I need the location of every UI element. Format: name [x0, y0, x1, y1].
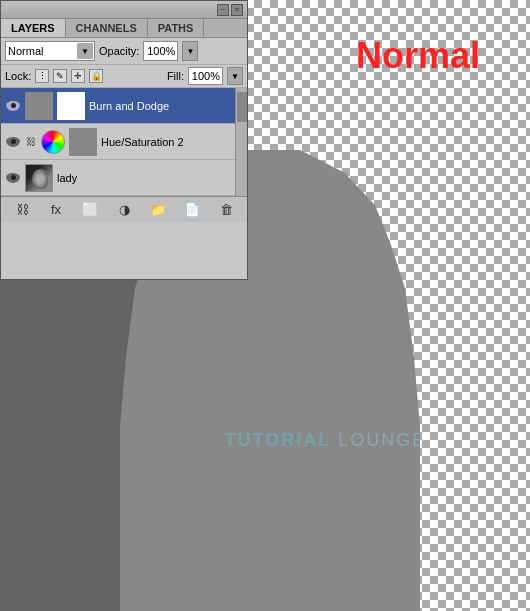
- layer-item-huesat[interactable]: ⛓ Hue/Saturation 2: [1, 124, 247, 160]
- layer-thumb-lady: [25, 164, 53, 192]
- lock-move-icon[interactable]: ✛: [71, 69, 85, 83]
- layer-item-burn-dodge[interactable]: Burn and Dodge: [1, 88, 247, 124]
- panel-titlebar: − ×: [1, 1, 247, 19]
- normal-label: Normal: [356, 35, 480, 77]
- lock-paint-icon[interactable]: ✎: [53, 69, 67, 83]
- layer-name-lady: lady: [57, 172, 243, 184]
- layer-item-lady[interactable]: lady: [1, 160, 247, 196]
- panel-toolbar: ⛓ fx ⬜ ◑ 📁 📄 🗑: [1, 196, 247, 222]
- blend-mode-select[interactable]: Normal Multiply Screen Overlay: [5, 41, 95, 61]
- tab-channels[interactable]: CHANNELS: [66, 19, 148, 37]
- fill-input[interactable]: [188, 67, 223, 85]
- layer-name-burn-dodge: Burn and Dodge: [89, 100, 243, 112]
- layer-link-huesat: ⛓: [25, 128, 37, 156]
- lock-all-icon[interactable]: 🔒: [89, 69, 103, 83]
- link-layers-button[interactable]: ⛓: [11, 200, 33, 220]
- lock-label: Lock:: [5, 70, 31, 82]
- layer-visibility-lady[interactable]: [5, 170, 21, 186]
- new-layer-button[interactable]: 📄: [181, 200, 203, 220]
- lock-pixels-icon[interactable]: ⋮: [35, 69, 49, 83]
- fill-label: Fill:: [167, 70, 184, 82]
- layer-visibility-huesat[interactable]: [5, 134, 21, 150]
- blend-mode-wrapper: Normal Multiply Screen Overlay ▼: [5, 41, 95, 61]
- delete-layer-button[interactable]: 🗑: [215, 200, 237, 220]
- opacity-input[interactable]: [143, 41, 178, 61]
- layer-list-area: Burn and Dodge ⛓ Hue/Saturation 2 lady: [1, 88, 247, 196]
- minimize-button[interactable]: −: [217, 4, 229, 16]
- eye-icon-burn-dodge: [6, 101, 20, 111]
- close-button[interactable]: ×: [231, 4, 243, 16]
- panel-tabs: LAYERS CHANNELS PATHS: [1, 19, 247, 38]
- lock-fill-row: Lock: ⋮ ✎ ✛ 🔒 Fill: ▼: [1, 65, 247, 88]
- layers-panel: − × LAYERS CHANNELS PATHS Normal Multipl…: [0, 0, 248, 280]
- blend-opacity-row: Normal Multiply Screen Overlay ▼ Opacity…: [1, 38, 247, 65]
- layer-name-huesat: Hue/Saturation 2: [101, 136, 243, 148]
- scroll-thumb[interactable]: [237, 92, 247, 122]
- fx-button[interactable]: fx: [45, 200, 67, 220]
- add-mask-button[interactable]: ⬜: [79, 200, 101, 220]
- fill-stepper-icon[interactable]: ▼: [227, 67, 243, 85]
- opacity-stepper-icon[interactable]: ▼: [182, 41, 198, 61]
- layer-mask-burn-dodge: [57, 92, 85, 120]
- titlebar-controls: − ×: [217, 4, 243, 16]
- layer-thumb-burn-dodge: [25, 92, 53, 120]
- tab-layers[interactable]: LAYERS: [1, 19, 66, 37]
- scroll-track[interactable]: [235, 88, 247, 196]
- layer-mask-huesat: [69, 128, 97, 156]
- eye-icon-huesat: [6, 137, 20, 147]
- opacity-label: Opacity:: [99, 45, 139, 57]
- eye-icon-lady: [6, 173, 20, 183]
- tab-paths[interactable]: PATHS: [148, 19, 205, 37]
- group-button[interactable]: 📁: [147, 200, 169, 220]
- layer-visibility-burn-dodge[interactable]: [5, 98, 21, 114]
- adjustment-button[interactable]: ◑: [113, 200, 135, 220]
- layer-thumb-huesat: [41, 130, 65, 154]
